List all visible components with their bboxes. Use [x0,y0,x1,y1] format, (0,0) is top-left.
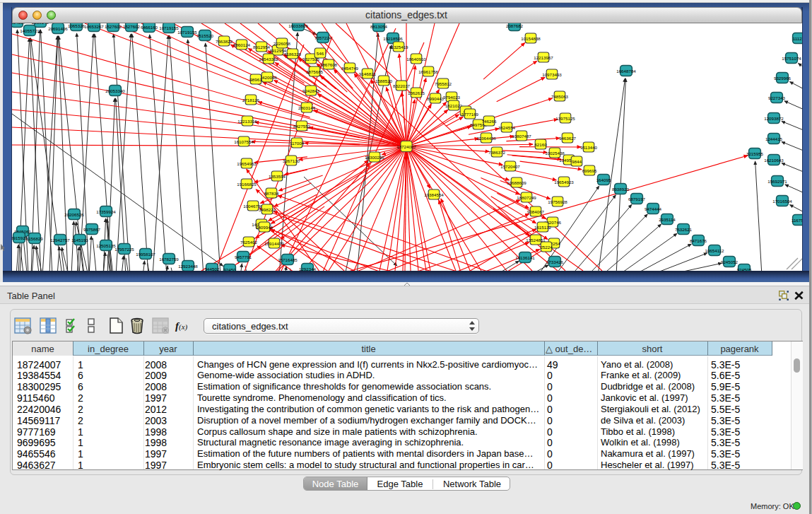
svg-text:11325419: 11325419 [389,45,408,49]
svg-text:18807249: 18807249 [517,195,536,200]
svg-text:2718126: 2718126 [242,98,260,103]
svg-text:887834: 887834 [264,191,279,196]
svg-text:10688609: 10688609 [507,180,526,185]
svg-text:1733426: 1733426 [546,259,564,264]
svg-text:16961758: 16961758 [418,69,438,74]
svg-text:9513440: 9513440 [580,145,598,150]
svg-text:1409948: 1409948 [256,225,273,230]
svg-text:20053340: 20053340 [105,88,125,93]
svg-text:9844: 9844 [572,159,582,164]
svg-text:9463627: 9463627 [559,136,577,141]
svg-text:12942757: 12942757 [50,238,70,243]
svg-text:19654963: 19654963 [237,161,257,166]
svg-text:15692971: 15692971 [767,179,787,184]
svg-text:20206526: 20206526 [64,212,84,217]
svg-text:19384554: 19384554 [424,192,444,197]
svg-text:7515520: 7515520 [196,33,214,38]
svg-text:8471676: 8471676 [690,238,707,243]
svg-text:3267130: 3267130 [283,158,300,163]
svg-text:18640910: 18640910 [406,57,426,62]
svg-text:15720407: 15720407 [500,164,520,169]
svg-text:25224: 25224 [540,245,553,250]
svg-text:16107554: 16107554 [234,139,254,144]
svg-text:1353594: 1353594 [269,174,286,179]
svg-text:98961: 98961 [249,77,262,82]
svg-text:16648784: 16648784 [616,69,636,74]
svg-text:8938923: 8938923 [612,187,630,192]
svg-text:9146821: 9146821 [359,71,377,76]
svg-text:10654112: 10654112 [705,248,724,253]
svg-text:746266: 746266 [482,119,497,124]
svg-text:1362615: 1362615 [408,90,425,95]
svg-text:7485063: 7485063 [551,94,569,99]
svg-text:8186328: 8186328 [284,52,302,57]
svg-text:9242843: 9242843 [302,88,320,93]
svg-text:12213316: 12213316 [237,119,257,124]
svg-text:9794023: 9794023 [443,95,461,100]
svg-text:11122: 11122 [793,36,802,41]
svg-text:2867608: 2867608 [320,62,338,67]
svg-text:3215955: 3215955 [746,151,764,156]
svg-text:2226058: 2226058 [273,41,291,46]
svg-text:92450: 92450 [223,267,236,271]
svg-text:(x): (x) [179,322,188,332]
svg-text:9084067: 9084067 [527,209,545,214]
svg-text:7386372: 7386372 [488,150,506,155]
svg-text:12505135: 12505135 [96,243,116,248]
svg-text:8912954: 8912954 [253,45,271,49]
svg-text:1065326: 1065326 [68,23,86,28]
svg-text:10719155: 10719155 [177,30,197,35]
svg-text:924505: 924505 [737,267,752,271]
svg-text:12923448: 12923448 [178,264,198,269]
svg-text:9227343: 9227343 [768,95,786,100]
svg-text:13524851: 13524851 [526,238,546,243]
svg-text:3875685: 3875685 [306,69,324,74]
svg-text:1527602: 1527602 [123,24,141,29]
svg-text:1292344: 1292344 [299,267,317,271]
svg-text:15716485: 15716485 [278,257,298,262]
svg-text:19958107: 19958107 [136,252,155,257]
svg-text:1527602: 1527602 [105,24,122,29]
svg-text:117004: 117004 [290,141,305,146]
svg-text:16543362: 16543362 [259,57,278,62]
svg-text:2803144: 2803144 [298,105,316,110]
svg-text:17359924: 17359924 [96,209,116,214]
svg-text:8813054: 8813054 [370,24,388,29]
svg-text:8860124: 8860124 [233,42,251,47]
svg-text:9245052: 9245052 [721,259,739,264]
svg-text:9474444: 9474444 [645,206,662,211]
svg-text:2069140: 2069140 [32,23,49,25]
svg-text:18724007: 18724007 [396,144,416,149]
svg-text:10653267: 10653267 [84,24,104,29]
svg-text:8454749: 8454749 [341,66,359,71]
svg-text:6879197: 6879197 [628,197,646,201]
svg-text:116753: 116753 [792,218,802,223]
svg-text:15751074: 15751074 [782,56,801,61]
svg-text:16782759: 16782759 [159,257,179,262]
svg-text:1904557: 1904557 [12,23,26,25]
svg-text:1615132: 1615132 [534,225,552,230]
svg-text:6466160: 6466160 [141,25,158,30]
svg-text:14136141: 14136141 [515,255,535,260]
svg-text:20364436: 20364436 [476,136,496,141]
svg-text:10807487: 10807487 [512,134,531,139]
svg-text:164095: 164095 [596,177,611,182]
svg-text:17016504: 17016504 [772,199,792,204]
svg-text:8322037: 8322037 [393,83,411,88]
svg-text:10154838: 10154838 [521,36,541,41]
svg-text:1588520: 1588520 [375,78,393,83]
svg-text:9457791: 9457791 [235,255,252,259]
svg-text:14055721: 14055721 [20,28,40,33]
svg-text:7955812: 7955812 [435,81,452,86]
svg-text:18300295: 18300295 [365,155,384,160]
svg-text:17957225: 17957225 [114,247,134,252]
svg-text:12213967: 12213967 [534,55,553,60]
svg-text:16914479: 16914479 [264,241,284,246]
svg-text:19166825: 19166825 [237,182,257,187]
svg-text:3624554: 3624554 [498,125,516,130]
svg-text:19654923: 19654923 [554,180,574,185]
svg-text:9329966: 9329966 [774,76,792,81]
svg-text:10973493: 10973493 [542,72,562,77]
svg-text:16210643: 16210643 [764,158,784,163]
svg-text:10719155: 10719155 [159,25,179,30]
